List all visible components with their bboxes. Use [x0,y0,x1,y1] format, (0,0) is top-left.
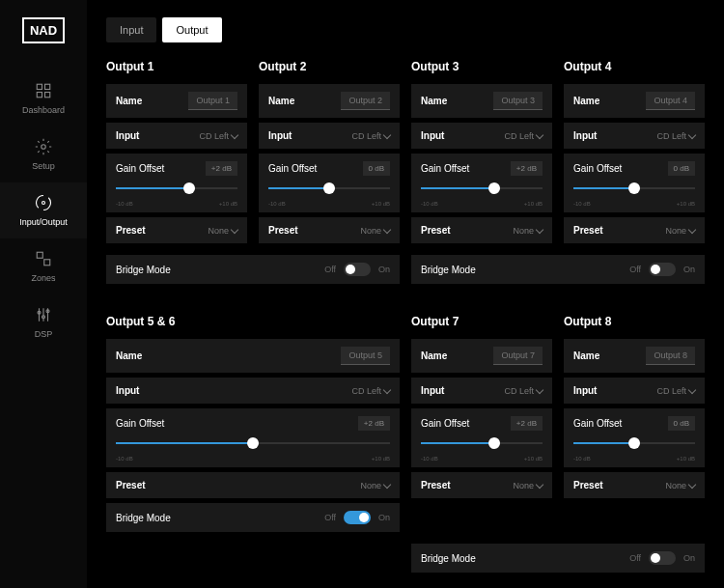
output-card: Output 7 Name Output 7 Input CD Left Gai… [411,315,552,532]
card-title: Output 3 [411,60,552,73]
gain-value: +2 dB [511,416,543,431]
field-label: Bridge Mode [116,265,171,275]
gain-value: 0 dB [668,161,695,176]
slider-thumb[interactable] [628,182,640,194]
bridge-toggle[interactable] [649,551,676,565]
nav-zones[interactable]: Zones [0,238,87,294]
field-label: Name [573,350,599,361]
name-input[interactable]: Output 8 [646,347,695,365]
slider-thumb[interactable] [183,182,195,194]
bridge-row: Bridge Mode Off On [106,503,400,532]
bridge-toggle[interactable] [344,263,371,276]
input-select[interactable]: CD Left [351,131,390,141]
tab-output[interactable]: Output [162,17,221,42]
field-label: Preset [116,225,146,236]
preset-row: Preset None [106,472,400,498]
gain-row: Gain Offset 0 dB -10 dB+10 dB [564,154,705,212]
gain-slider[interactable] [421,182,543,195]
field-label: Name [116,350,142,361]
tab-input[interactable]: Input [106,17,156,42]
card-title: Output 1 [106,60,247,73]
svg-rect-6 [37,252,42,258]
field-label: Input [573,130,597,141]
gain-value: 0 dB [668,416,695,431]
gain-slider[interactable] [573,182,695,195]
dashboard-icon [35,82,52,99]
bridge-row: Bridge Mode Off On [106,255,400,284]
card-title: Output 4 [564,60,705,73]
nav-setup[interactable]: Setup [0,126,87,182]
nav-dashboard[interactable]: Dashboard [0,70,87,126]
output-card: Output 3 Name Output 3 Input CD Left Gai… [411,60,552,243]
slider-thumb[interactable] [628,437,640,449]
nav-label: Dashboard [22,105,65,115]
gain-row: Gain Offset +2 dB -10 dB+10 dB [106,408,400,467]
card-title: Output 7 [411,315,552,328]
field-label: Preset [268,225,298,236]
field-label: Name [421,96,447,106]
output-card: Output 1 Name Output 1 Input CD Left Gai… [106,60,247,243]
gain-slider[interactable] [573,436,695,450]
gain-slider[interactable] [421,436,543,450]
preset-select[interactable]: None [665,226,695,236]
bridge-row: Bridge Mode Off On [411,255,705,284]
field-label: Input [116,130,139,141]
input-select[interactable]: CD Left [656,386,695,396]
brand-logo: NAD [22,17,65,43]
output-card: Output 8 Name Output 8 Input CD Left Gai… [564,315,705,532]
preset-select[interactable]: None [360,481,390,490]
nav-label: Setup [32,161,55,171]
bridge-toggle[interactable] [649,263,676,276]
field-label: Gain Offset [421,418,469,429]
name-input[interactable]: Output 1 [188,92,237,110]
input-select[interactable]: CD Left [656,131,695,141]
bridge-toggle[interactable] [344,511,371,524]
output-card: Output 2 Name Output 2 Input CD Left Gai… [259,60,400,243]
field-label: Gain Offset [573,418,622,429]
field-label: Preset [116,480,146,490]
name-input[interactable]: Output 3 [493,92,543,110]
name-input[interactable]: Output 2 [341,92,390,110]
input-select[interactable]: CD Left [504,386,543,396]
svg-point-5 [42,202,45,205]
input-select[interactable]: CD Left [351,386,390,396]
slider-thumb[interactable] [323,182,335,194]
slider-thumb[interactable] [488,182,500,194]
input-select[interactable]: CD Left [199,131,237,141]
preset-select[interactable]: None [513,481,543,490]
chevron-down-icon [688,225,696,233]
preset-select[interactable]: None [665,481,695,490]
sliders-icon [35,306,52,323]
chevron-down-icon [383,480,391,488]
field-label: Preset [573,225,603,236]
slider-thumb[interactable] [488,437,500,449]
field-label: Input [421,130,444,141]
toggle-on-label: On [378,513,390,522]
svg-rect-2 [37,93,42,98]
output-card: Output 4 Name Output 4 Input CD Left Gai… [564,60,705,243]
input-row: Input CD Left [564,378,705,404]
field-label: Input [268,130,292,141]
preset-select[interactable]: None [208,226,237,236]
preset-select[interactable]: None [360,226,390,236]
gain-slider[interactable] [116,182,237,195]
slider-thumb[interactable] [247,437,259,449]
chevron-down-icon [536,385,543,393]
svg-rect-1 [45,84,50,89]
preset-row: Preset None [259,217,400,243]
nav-dsp[interactable]: DSP [0,294,87,350]
toggle-off-label: Off [324,513,336,522]
nav-io[interactable]: Input/Output [0,182,87,238]
name-input[interactable]: Output 4 [646,92,695,110]
input-select[interactable]: CD Left [504,131,543,141]
name-input[interactable]: Output 7 [493,347,543,365]
gain-slider[interactable] [268,182,390,195]
gear-icon [35,138,52,155]
chevron-down-icon [536,225,543,233]
card-title: Output 2 [259,60,400,73]
input-row: Input CD Left [106,378,400,404]
name-input[interactable]: Output 5 [341,347,390,365]
gain-slider[interactable] [116,436,390,450]
preset-select[interactable]: None [513,226,543,236]
field-label: Name [116,96,142,106]
